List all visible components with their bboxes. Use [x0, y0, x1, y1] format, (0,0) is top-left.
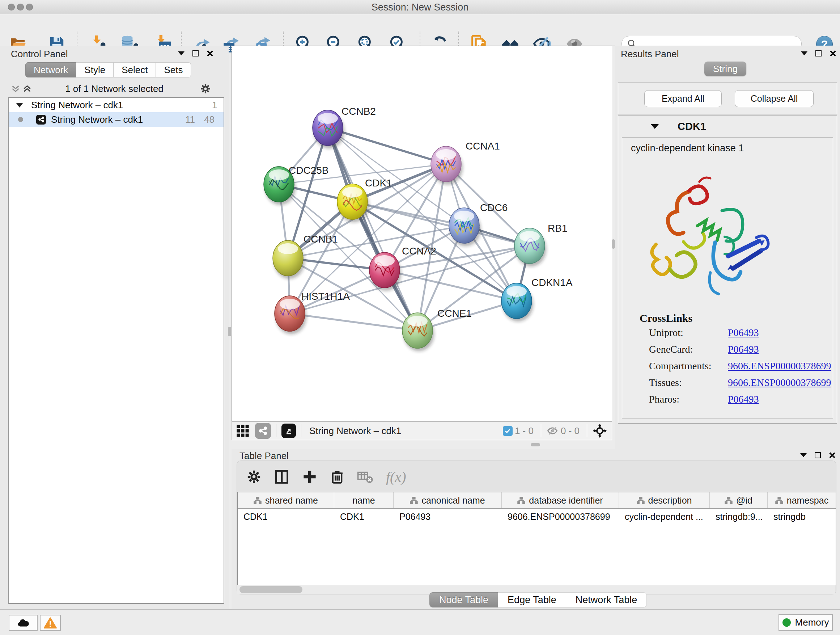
- close-panel-icon[interactable]: [829, 452, 836, 459]
- warnings-button[interactable]: [40, 615, 61, 631]
- node-label-CCNB1: CCNB1: [303, 233, 338, 245]
- network-selection-status: 1 of 1 Network selected: [0, 83, 229, 95]
- memory-button[interactable]: Memory: [778, 614, 833, 631]
- crosslink-link[interactable]: P06493: [728, 344, 759, 355]
- crosslinks-section: CrossLinks Uniprot:P06493GeneCard:P06493…: [639, 312, 831, 408]
- crosslink-row: Tissues:9606.ENSP00000378699: [639, 374, 831, 391]
- table-cell[interactable]: stringdb: [767, 509, 836, 524]
- column-header-id[interactable]: @id: [710, 492, 767, 508]
- column-header-canonicalname[interactable]: canonical name: [393, 492, 502, 508]
- app-window: Session: New Session: [0, 0, 840, 635]
- collection-count: 1: [212, 100, 217, 111]
- protein-structure-image: [638, 169, 775, 307]
- table-cell[interactable]: 9606.ENSP00000378699: [502, 509, 619, 524]
- detach-view-icon[interactable]: [281, 424, 296, 438]
- node-table[interactable]: shared namenamecanonical namedatabase id…: [237, 492, 836, 585]
- tab-sets[interactable]: Sets: [156, 62, 191, 78]
- results-panel-title: Results Panel: [621, 49, 679, 60]
- column-header-databaseidentifier[interactable]: database identifier: [502, 492, 619, 508]
- columns-icon[interactable]: [274, 469, 290, 485]
- cloud-button[interactable]: [9, 615, 38, 631]
- network-collection-row[interactable]: String Network – cdk1 1: [9, 98, 224, 112]
- tab-node-table[interactable]: Node Table: [429, 592, 498, 608]
- crosslink-link[interactable]: P06493: [728, 327, 759, 339]
- tab-style[interactable]: Style: [76, 62, 114, 78]
- crosslink-link[interactable]: 9606.ENSP00000378699: [728, 360, 831, 372]
- crosslink-row: Compartments:9606.ENSP00000378699: [639, 358, 831, 374]
- grid-view-icon[interactable]: [235, 424, 250, 438]
- warning-icon: [44, 616, 57, 630]
- crosslink-link[interactable]: P06493: [728, 394, 759, 405]
- cloud-icon: [16, 616, 30, 630]
- results-actions-box: Expand All Collapse All: [618, 82, 837, 114]
- collection-expand-icon[interactable]: [16, 103, 23, 108]
- network-node-count: 11: [185, 114, 195, 125]
- table-container: f(x) shared namenamecanonical namedataba…: [237, 461, 836, 594]
- function-icon[interactable]: f(x): [386, 469, 406, 486]
- node-CDK1[interactable]: [337, 184, 369, 222]
- float-panel-icon[interactable]: [815, 50, 821, 57]
- crosslink-link[interactable]: 9606.ENSP00000378699: [728, 377, 831, 388]
- column-header-name[interactable]: name: [334, 492, 393, 508]
- status-bar: Memory: [0, 609, 840, 635]
- collapse-entry-icon[interactable]: [651, 124, 659, 129]
- edge-CCNA2-CDKN1A[interactable]: [385, 270, 516, 301]
- close-panel-icon[interactable]: [829, 50, 836, 57]
- expand-all-button[interactable]: Expand All: [644, 90, 722, 107]
- panel-menu-icon[interactable]: [178, 51, 185, 55]
- edge-CCNB2-CCNA1[interactable]: [328, 128, 446, 164]
- right-splitter-handle[interactable]: [612, 239, 615, 249]
- tab-network-table[interactable]: Network Table: [566, 592, 647, 608]
- tab-network[interactable]: Network: [25, 62, 76, 78]
- selected-checkbox-icon[interactable]: [503, 426, 513, 436]
- left-splitter-handle[interactable]: [228, 327, 231, 336]
- node-label-RB1: RB1: [548, 223, 567, 234]
- edge-CCNE1-HIST1H1A[interactable]: [290, 314, 417, 331]
- node-CDC6[interactable]: [449, 208, 481, 246]
- toolbar-separator: [301, 424, 302, 437]
- collapse-all-button[interactable]: Collapse All: [735, 90, 813, 107]
- crosslink-label: GeneCard:: [639, 344, 728, 355]
- tab-select[interactable]: Select: [113, 62, 156, 78]
- table-cell[interactable]: CDK1: [238, 509, 334, 524]
- table-cell[interactable]: cyclin-dependent ...: [619, 509, 710, 524]
- gear-icon[interactable]: [246, 469, 262, 485]
- panel-menu-icon[interactable]: [800, 453, 807, 457]
- control-panel-tabs: NetworkStyleSelectSets: [25, 62, 191, 78]
- network-options-gear-icon[interactable]: [200, 83, 211, 95]
- control-panel: Control Panel NetworkStyleSelectSets 1 o…: [0, 46, 229, 609]
- node-CCNA1[interactable]: [431, 146, 463, 185]
- network-view-icon[interactable]: [255, 423, 271, 439]
- float-panel-icon[interactable]: [815, 452, 821, 458]
- network-canvas[interactable]: CCNB2CCNA1CDC25BCDK1CDC6RB1CCNB1CCNA2CDK…: [232, 46, 612, 421]
- tab-edge-table[interactable]: Edge Table: [498, 592, 566, 608]
- table-row[interactable]: CDK1CDK1P064939606.ENSP00000378699cyclin…: [238, 509, 836, 524]
- add-icon[interactable]: [302, 469, 317, 485]
- network-graph: CCNB2CCNA1CDC25BCDK1CDC6RB1CCNB1CCNA2CDK…: [232, 46, 612, 421]
- network-row-selected[interactable]: String Network – cdk1 11 48: [9, 112, 224, 127]
- memory-status-icon: [783, 618, 791, 627]
- node-CCNE1[interactable]: [402, 313, 434, 351]
- node-CDKN1A[interactable]: [501, 283, 533, 321]
- column-header-sharedname[interactable]: shared name: [238, 492, 334, 508]
- column-header-description[interactable]: description: [619, 492, 710, 508]
- close-panel-icon[interactable]: [207, 50, 213, 57]
- node-CCNB2[interactable]: [313, 110, 344, 149]
- gene-header-row[interactable]: CDK1: [620, 118, 835, 135]
- table-cell[interactable]: stringdb:9...: [710, 509, 767, 524]
- scrollbar-thumb[interactable]: [240, 586, 302, 593]
- network-edge-count: 48: [204, 114, 215, 125]
- delete-icon[interactable]: [330, 469, 345, 485]
- node-RB1[interactable]: [515, 228, 546, 266]
- table-cell[interactable]: CDK1: [334, 509, 393, 524]
- control-panel-title: Control Panel: [11, 49, 68, 60]
- float-panel-icon[interactable]: [193, 50, 199, 57]
- tab-string[interactable]: String: [704, 62, 746, 76]
- birds-eye-navigator-icon[interactable]: [592, 423, 607, 439]
- panel-menu-icon[interactable]: [801, 51, 807, 55]
- delete-table-icon[interactable]: [357, 469, 374, 485]
- column-header-namespac[interactable]: namespac: [767, 492, 836, 508]
- horizontal-splitter-handle[interactable]: [531, 443, 540, 447]
- table-cell[interactable]: P06493: [393, 509, 502, 524]
- network-view-toolbar: String Network – cdk1 1 - 0 0 - 0: [232, 421, 612, 440]
